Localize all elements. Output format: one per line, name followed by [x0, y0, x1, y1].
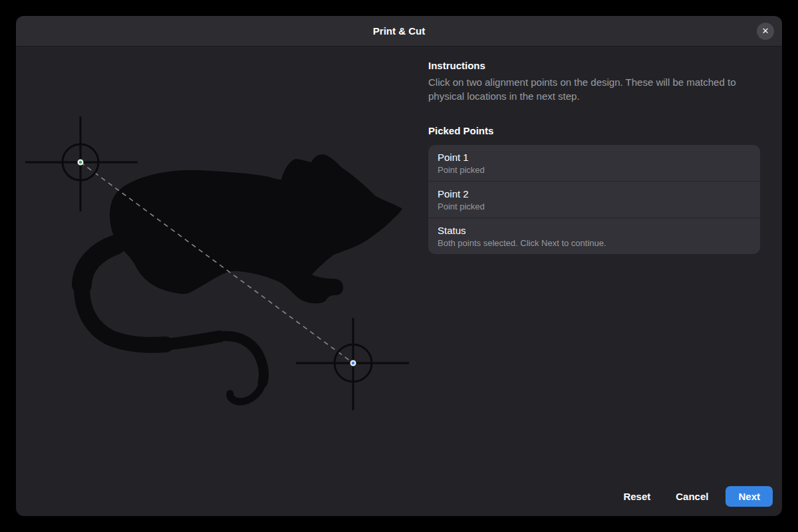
dialog-titlebar[interactable]: Print & Cut ✕: [16, 16, 782, 47]
point-1-status: Point picked: [438, 165, 751, 176]
side-panel: Instructions Click on two alignment poin…: [428, 47, 762, 254]
status-title: Status: [438, 224, 751, 237]
dialog-title: Print & Cut: [16, 16, 782, 47]
picked-points-list: Point 1 Point picked Point 2 Point picke…: [428, 145, 760, 254]
next-button[interactable]: Next: [726, 486, 773, 507]
close-button[interactable]: ✕: [757, 23, 774, 40]
mouse-silhouette: [110, 154, 402, 303]
instructions-heading: Instructions: [428, 59, 762, 72]
status-message: Both points selected. Click Next to cont…: [438, 238, 751, 249]
instructions-text: Click on two alignment points on the des…: [428, 75, 762, 103]
point-2-title: Point 2: [438, 188, 751, 200]
design-preview-area[interactable]: [16, 47, 428, 516]
action-bar: Reset Cancel Next: [615, 486, 773, 507]
cancel-button[interactable]: Cancel: [668, 486, 716, 507]
desktop-background: Print & Cut ✕: [0, 0, 798, 532]
list-item-status: Status Both points selected. Click Next …: [428, 217, 760, 254]
design-preview-canvas: [16, 47, 428, 516]
list-item-point-1[interactable]: Point 1 Point picked: [428, 145, 760, 181]
picked-point-1-marker[interactable]: [78, 160, 83, 165]
picked-point-2-marker[interactable]: [351, 361, 356, 366]
picked-points-heading: Picked Points: [428, 124, 762, 138]
list-item-point-2[interactable]: Point 2 Point picked: [428, 181, 760, 217]
reset-button[interactable]: Reset: [615, 486, 658, 507]
point-1-title: Point 1: [438, 151, 751, 164]
print-cut-dialog: Print & Cut ✕: [16, 16, 782, 516]
close-icon: ✕: [762, 26, 769, 36]
point-2-status: Point picked: [438, 201, 751, 212]
